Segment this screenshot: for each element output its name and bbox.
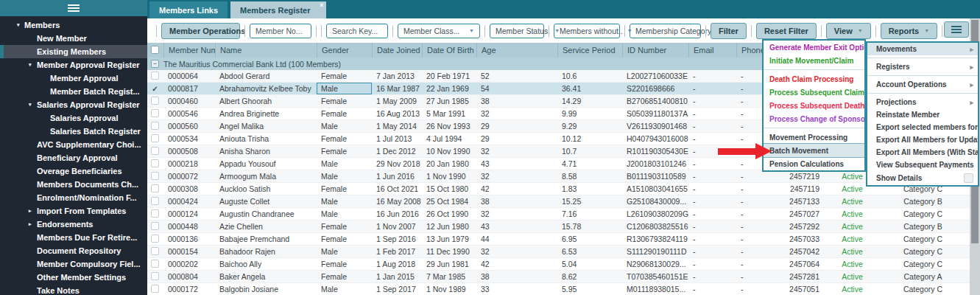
menu-item[interactable] bbox=[867, 93, 978, 94]
view-button[interactable]: View▼ bbox=[826, 23, 871, 39]
tab-members-register[interactable]: Members Register × bbox=[230, 1, 326, 18]
table-row[interactable]: 0000448 Azie Chellen Female 1 Nov 2007 1… bbox=[147, 221, 970, 233]
menu-item[interactable]: Movements ▸ bbox=[867, 43, 978, 55]
sidebar-item[interactable]: New Member bbox=[0, 32, 147, 45]
table-row[interactable]: 0000072 Armoogum Mala Male 1 Jun 2016 1 … bbox=[147, 170, 970, 183]
row-checkbox[interactable] bbox=[151, 109, 159, 117]
menu-item[interactable]: Reinstate Member bbox=[867, 108, 978, 121]
member-operations-button[interactable]: Member Operations▼ bbox=[161, 23, 240, 39]
menu-item[interactable]: Pension Calculations bbox=[764, 157, 864, 170]
menu-item[interactable]: Batch Movement bbox=[764, 144, 864, 157]
sidebar-item[interactable]: Members Due For Retire... bbox=[0, 231, 147, 244]
menu-item[interactable] bbox=[867, 58, 978, 58]
member-status-select[interactable]: Member Status.▼ bbox=[490, 24, 544, 38]
column-header[interactable]: Email bbox=[688, 43, 736, 58]
table-row[interactable]: 0000172 Balgobin Josiane Male 1 Sep 2017… bbox=[147, 283, 970, 295]
member-class-select[interactable]: Member Class...▼ bbox=[398, 24, 480, 38]
sidebar-item[interactable]: AVC Supplementary Choi... bbox=[0, 138, 147, 151]
sidebar-item[interactable]: Member Batch Regist... bbox=[0, 85, 147, 98]
menu-item[interactable]: Projections ▸ bbox=[867, 96, 978, 108]
menu-item[interactable] bbox=[764, 69, 864, 70]
row-checkbox[interactable] bbox=[151, 247, 159, 255]
row-checkbox[interactable] bbox=[151, 97, 159, 105]
column-header[interactable]: Date Of Birth bbox=[422, 43, 476, 58]
row-checkbox[interactable] bbox=[151, 184, 159, 192]
members-without-select[interactable]: Members without..▼ bbox=[554, 24, 620, 38]
menu-item[interactable]: Export All Members (With Status) bbox=[867, 146, 978, 159]
row-checkbox[interactable] bbox=[151, 159, 159, 167]
table-row[interactable]: 0000308 Auckloo Satish Female 16 Oct 202… bbox=[147, 183, 970, 195]
column-header[interactable]: Service Period bbox=[557, 43, 622, 58]
collapse-group-button[interactable]: − bbox=[151, 60, 159, 68]
sidebar-item[interactable]: Overage Beneficiaries bbox=[0, 164, 147, 178]
membership-category-select[interactable]: Membership Category...▼ bbox=[630, 24, 701, 38]
member-no-input[interactable] bbox=[250, 24, 311, 38]
row-checkbox[interactable] bbox=[151, 197, 159, 205]
menu-item[interactable]: Export All Members for Update bbox=[867, 133, 978, 146]
sidebar-item[interactable]: Other Member Settings bbox=[0, 271, 147, 284]
menu-item[interactable]: Registers ▸ bbox=[867, 60, 978, 73]
table-row[interactable]: 0000804 Baker Angela Female 1 Jan 2015 7… bbox=[147, 271, 970, 283]
sidebar-item[interactable]: Member Compulsory Fiel... bbox=[0, 257, 147, 271]
select-all-checkbox[interactable] bbox=[151, 46, 159, 54]
sidebar-item[interactable]: ▾ Salaries Approval Register bbox=[0, 98, 147, 111]
sidebar-item[interactable]: Beneficiary Approval bbox=[0, 151, 147, 164]
column-header[interactable]: ID Number bbox=[622, 43, 688, 58]
sidebar-item[interactable]: Take Notes bbox=[0, 284, 147, 295]
row-checkbox[interactable] bbox=[151, 172, 159, 180]
menu-item[interactable]: Process Subsequent Claim bbox=[764, 86, 864, 99]
sidebar-item[interactable]: Members Documents Ch... bbox=[0, 178, 147, 191]
column-header[interactable]: Date Joined Sch... bbox=[372, 43, 422, 58]
row-checkbox[interactable] bbox=[151, 147, 159, 155]
menu-item[interactable]: Process Subsequent Death Claim bbox=[764, 99, 864, 112]
menu-item[interactable]: View Subsequent Payments bbox=[867, 159, 978, 171]
menu-item[interactable] bbox=[867, 75, 978, 76]
row-checkbox[interactable] bbox=[151, 222, 159, 230]
list-view-button[interactable] bbox=[944, 21, 969, 38]
menu-item[interactable]: Movement Processing bbox=[764, 131, 864, 144]
menu-item[interactable]: Account Operations ▸ bbox=[867, 78, 978, 91]
table-row[interactable]: 0000136 Babajee Premchand Female 1 Sep 2… bbox=[147, 233, 970, 246]
sidebar-item[interactable]: Salaries Approval bbox=[0, 111, 147, 125]
table-row[interactable]: 0000124 Augustin Chandranee Male 16 Jun … bbox=[147, 208, 970, 221]
sidebar-item[interactable]: Salaries Batch Register bbox=[0, 125, 147, 138]
row-checkbox[interactable]: ✓ bbox=[151, 85, 159, 93]
row-checkbox[interactable] bbox=[151, 122, 159, 130]
menu-item[interactable]: Process Change of Sponsor bbox=[764, 112, 864, 125]
menu-item[interactable]: Generate Member Exit Options bbox=[764, 41, 864, 54]
search-key-input[interactable] bbox=[326, 24, 388, 38]
table-row[interactable]: 0000202 Baichoo Ally Female 1 Aug 2018 2… bbox=[147, 258, 970, 271]
table-row[interactable]: 0000154 Bahadoor Rajen Male 1 Feb 2017 1… bbox=[147, 246, 970, 258]
sidebar-item[interactable]: ▸ Endorsements bbox=[0, 218, 147, 231]
filter-button[interactable]: Filter bbox=[711, 23, 747, 39]
menu-item[interactable]: Show Details bbox=[867, 171, 978, 185]
row-checkbox[interactable] bbox=[151, 260, 159, 268]
sidebar-item[interactable]: Existing Members bbox=[0, 45, 147, 58]
sidebar-item[interactable]: ▸ Import From Templates bbox=[0, 204, 147, 218]
column-header[interactable]: Name bbox=[215, 43, 317, 58]
row-checkbox[interactable] bbox=[151, 285, 159, 293]
reset-filter-button[interactable]: Reset Filter bbox=[756, 23, 817, 39]
sidebar-item[interactable]: ▾ Member Approval Register bbox=[0, 58, 147, 72]
row-checkbox[interactable] bbox=[151, 235, 159, 243]
hamburger-menu-icon[interactable] bbox=[68, 4, 80, 12]
menu-item[interactable] bbox=[764, 128, 864, 128]
menu-item[interactable]: Export selected members for Update bbox=[867, 121, 978, 133]
menu-item[interactable]: Death Claim Processing bbox=[764, 72, 864, 86]
tab-members-links[interactable]: Members Links bbox=[149, 1, 228, 18]
row-checkbox[interactable] bbox=[151, 209, 159, 218]
row-checkbox[interactable] bbox=[151, 272, 159, 280]
table-row[interactable]: 0000424 Auguste Collet Male 16 May 2008 … bbox=[147, 195, 970, 208]
reports-button[interactable]: Reports▼ bbox=[881, 23, 938, 39]
row-checkbox[interactable] bbox=[151, 72, 159, 80]
sidebar-item[interactable]: Enrolment/Nomination F... bbox=[0, 191, 147, 204]
column-header[interactable]: Age bbox=[476, 43, 557, 58]
menu-item[interactable]: Initiate Movement/Claim bbox=[764, 54, 864, 67]
sidebar-item[interactable]: ▾ Members bbox=[0, 18, 147, 32]
sidebar-item[interactable]: Document Repository bbox=[0, 244, 147, 257]
close-icon[interactable]: × bbox=[320, 1, 323, 9]
row-checkbox[interactable] bbox=[151, 134, 159, 142]
sidebar-item[interactable]: Member Approval bbox=[0, 72, 147, 85]
column-header[interactable]: Gender bbox=[317, 43, 372, 58]
column-header[interactable]: Member Number bbox=[163, 43, 215, 58]
